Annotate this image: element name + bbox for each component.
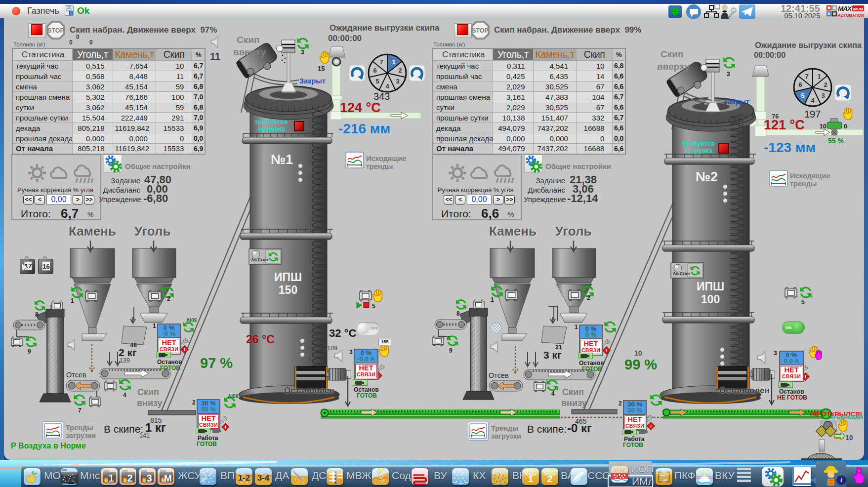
svg-text:2: 2 [547,474,553,484]
svg-text:3: 3 [146,473,152,484]
svg-text:MAX: MAX [838,5,852,12]
svg-text:1: 1 [108,473,114,484]
svg-text:1: 1 [528,474,534,484]
svg-text:IMUM: IMUM [853,7,863,11]
svg-text:1-2: 1-2 [238,473,250,483]
svg-text:3-4: 3-4 [257,473,270,483]
svg-text:М: М [164,473,172,484]
svg-text:AUTOMATION: AUTOMATION [838,13,864,18]
svg-text:2: 2 [127,473,132,484]
